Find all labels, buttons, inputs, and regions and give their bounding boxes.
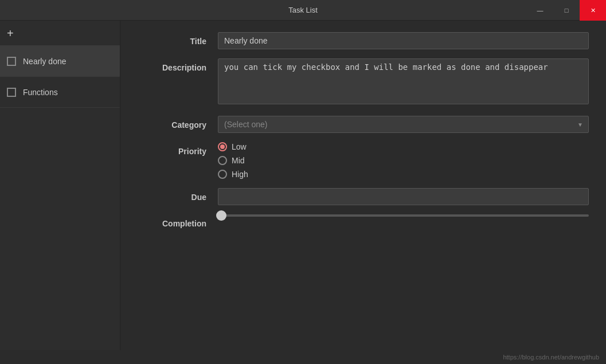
due-label: Due (138, 188, 218, 202)
task-label-1: Nearly done (23, 57, 67, 66)
task-item-1[interactable]: Nearly done (0, 46, 120, 77)
category-label: Category (138, 116, 218, 130)
title-row: Title (138, 32, 589, 49)
description-control: you can tick my checkbox and I will be m… (218, 58, 589, 107)
task-label-2: Functions (23, 88, 58, 97)
sidebar-toolbar: + (0, 21, 120, 46)
completion-slider-track (218, 214, 589, 217)
completion-label: Completion (138, 214, 218, 228)
due-row: Due (138, 188, 589, 205)
priority-low-radio-outer (218, 142, 227, 151)
completion-row: Completion (138, 214, 589, 228)
window-controls: — □ ✕ (527, 0, 606, 21)
title-input[interactable] (218, 32, 589, 49)
due-input[interactable] (218, 188, 589, 205)
priority-high-label: High (232, 170, 248, 179)
category-select-wrapper: (Select one) Work Personal Shopping Othe… (218, 116, 589, 133)
footer: https://blog.csdn.net/andrewgithub (0, 350, 606, 364)
completion-control (218, 214, 589, 217)
description-row: Description you can tick my checkbox and… (138, 58, 589, 107)
due-control (218, 188, 589, 205)
task-item-2[interactable]: Functions (0, 77, 120, 108)
title-bar: Task List — □ ✕ (0, 0, 606, 21)
completion-slider-container (218, 214, 589, 217)
window-title: Task List (288, 6, 318, 14)
completion-slider-thumb[interactable] (216, 210, 226, 221)
task-checkbox-1[interactable] (7, 57, 16, 66)
category-row: Category (Select one) Work Personal Shop… (138, 116, 589, 133)
maximize-button[interactable]: □ (553, 0, 580, 21)
priority-low-label: Low (232, 142, 247, 151)
minimize-button[interactable]: — (527, 0, 553, 21)
task-list: Nearly done Functions (0, 46, 120, 350)
title-control (218, 32, 589, 49)
close-button[interactable]: ✕ (580, 0, 606, 21)
priority-control: Low Mid High (218, 142, 589, 179)
priority-low-radio-inner (220, 144, 225, 149)
priority-mid-item[interactable]: Mid (218, 156, 589, 165)
task-checkbox-2[interactable] (7, 88, 16, 97)
main-layout: + Nearly done Functions Title Descriptio… (0, 21, 606, 350)
priority-row: Priority Low Mid High (138, 142, 589, 179)
footer-link: https://blog.csdn.net/andrewgithub (503, 354, 599, 361)
priority-high-item[interactable]: High (218, 170, 589, 179)
category-control: (Select one) Work Personal Shopping Othe… (218, 116, 589, 133)
description-label: Description (138, 58, 218, 72)
category-select[interactable]: (Select one) Work Personal Shopping Othe… (218, 116, 589, 133)
title-label: Title (138, 32, 218, 46)
priority-label: Priority (138, 142, 218, 156)
priority-low-item[interactable]: Low (218, 142, 589, 151)
priority-radio-group: Low Mid High (218, 142, 589, 179)
priority-mid-label: Mid (232, 156, 245, 165)
add-task-button[interactable]: + (7, 28, 14, 39)
priority-mid-radio-outer (218, 156, 227, 165)
priority-high-radio-outer (218, 170, 227, 179)
sidebar: + Nearly done Functions (0, 21, 120, 350)
content-area: Title Description you can tick my checkb… (120, 21, 606, 350)
description-input[interactable]: you can tick my checkbox and I will be m… (218, 58, 589, 104)
